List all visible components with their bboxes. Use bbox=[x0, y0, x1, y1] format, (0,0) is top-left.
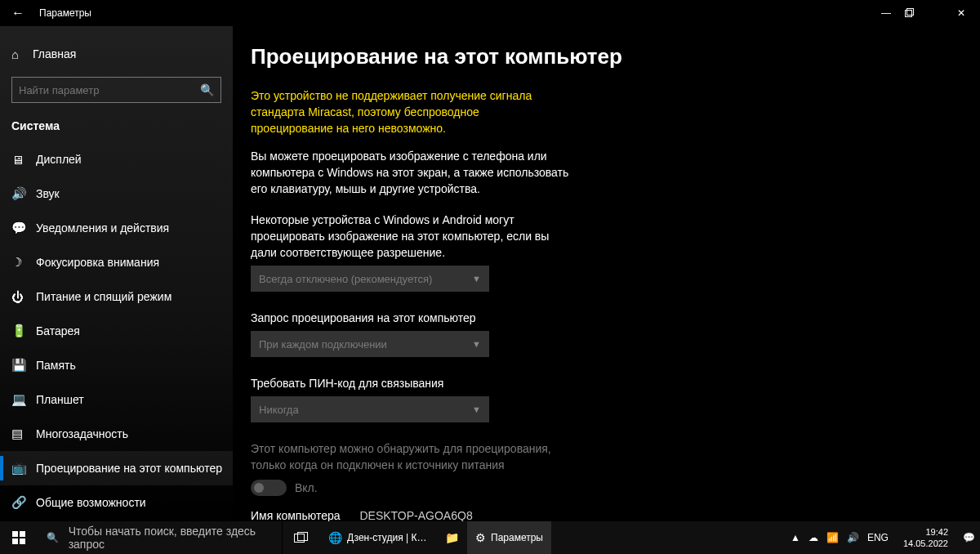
sidebar-item-label: Память bbox=[36, 359, 76, 372]
taskbar-app-label: Параметры bbox=[491, 532, 543, 543]
chevron-down-icon: ▼ bbox=[472, 274, 481, 284]
power-icon: ⏻ bbox=[11, 290, 36, 304]
sidebar-item-tablet[interactable]: 💻 Планшет bbox=[0, 382, 233, 417]
taskbar-search-placeholder: Чтобы начать поиск, введите здесь запрос bbox=[69, 525, 282, 551]
toggle-label: Вкл. bbox=[295, 481, 318, 494]
focus-assist-icon: ☽ bbox=[11, 255, 36, 270]
taskbar-app-settings[interactable]: ⚙ Параметры bbox=[467, 521, 551, 554]
sidebar-item-label: Батарея bbox=[36, 324, 80, 337]
tray-time: 19:42 bbox=[903, 526, 948, 538]
sidebar-item-label: Питание и спящий режим bbox=[36, 290, 172, 303]
sidebar-item-notifications[interactable]: 💬 Уведомления и действия bbox=[0, 211, 233, 245]
taskbar-search[interactable]: 🔍 Чтобы начать поиск, введите здесь запр… bbox=[38, 521, 283, 554]
svg-rect-0 bbox=[906, 11, 912, 17]
gear-icon: ⚙ bbox=[475, 531, 486, 544]
content-pane: Проецирование на этот компьютер Это устр… bbox=[233, 26, 980, 521]
sidebar: ⌂ Главная 🔍 Система 🖥 Дисплей 🔊 Звук 💬 У… bbox=[0, 26, 233, 521]
require-pin-dropdown[interactable]: Никогда ▼ bbox=[251, 396, 489, 422]
search-icon: 🔍 bbox=[38, 532, 69, 543]
sidebar-item-shared-experiences[interactable]: 🔗 Общие возможности bbox=[0, 485, 233, 520]
pc-name-key: Имя компьютера bbox=[251, 509, 341, 521]
svg-rect-2 bbox=[12, 531, 18, 537]
svg-rect-4 bbox=[12, 538, 18, 544]
tablet-icon: 💻 bbox=[11, 392, 36, 407]
svg-rect-1 bbox=[907, 9, 914, 16]
back-button[interactable]: ← bbox=[0, 6, 36, 20]
category-heading: Система bbox=[0, 114, 233, 142]
sidebar-item-label: Проецирование на этот компьютер bbox=[36, 462, 222, 475]
home-icon: ⌂ bbox=[11, 47, 33, 61]
sidebar-item-label: Уведомления и действия bbox=[36, 221, 169, 235]
tray-chevron-up-icon[interactable]: ▲ bbox=[791, 532, 800, 543]
task-view-icon bbox=[294, 532, 309, 543]
sidebar-item-label: Дисплей bbox=[36, 153, 82, 166]
home-nav[interactable]: ⌂ Главная bbox=[0, 38, 233, 70]
tray-wifi-icon[interactable]: 📶 bbox=[826, 532, 839, 543]
storage-icon: 💾 bbox=[11, 358, 36, 373]
minimize-button[interactable]: ― bbox=[867, 7, 905, 19]
maximize-icon bbox=[905, 8, 915, 18]
dropdown-value: Никогда bbox=[259, 404, 472, 416]
svg-rect-3 bbox=[20, 531, 25, 537]
taskbar-app-label: Дзен-студия | Как ... bbox=[347, 532, 429, 543]
sidebar-item-label: Общие возможности bbox=[36, 496, 146, 509]
permission-dropdown[interactable]: Всегда отключено (рекомендуется) ▼ bbox=[251, 266, 489, 292]
tray-volume-icon[interactable]: 🔊 bbox=[847, 532, 859, 543]
pc-name-value: DESKTOP-AGOA6Q8 bbox=[359, 509, 472, 521]
discover-toggle-row: Вкл. bbox=[251, 480, 956, 496]
tray-onedrive-icon[interactable]: ☁ bbox=[808, 532, 818, 543]
chrome-icon: 🌐 bbox=[328, 531, 342, 544]
folder-icon: 📁 bbox=[445, 531, 459, 544]
sidebar-item-power-sleep[interactable]: ⏻ Питание и спящий режим bbox=[0, 279, 233, 314]
miracast-warning: Это устройство не поддерживает получение… bbox=[251, 87, 561, 136]
sidebar-item-battery[interactable]: 🔋 Батарея bbox=[0, 314, 233, 348]
sidebar-item-label: Звук bbox=[36, 187, 60, 200]
windows-icon bbox=[12, 531, 25, 544]
search-input-container[interactable]: 🔍 bbox=[11, 77, 221, 103]
tray-clock[interactable]: 19:42 14.05.2022 bbox=[897, 526, 955, 549]
page-title: Проецирование на этот компьютер bbox=[251, 44, 956, 69]
tray-date: 14.05.2022 bbox=[903, 538, 948, 549]
sound-icon: 🔊 bbox=[11, 186, 36, 201]
sidebar-item-sound[interactable]: 🔊 Звук bbox=[0, 176, 233, 211]
tray-notifications-icon[interactable]: 💬 bbox=[963, 532, 975, 543]
toggle-knob bbox=[254, 483, 264, 493]
taskbar-app-browser[interactable]: 🌐 Дзен-студия | Как ... bbox=[320, 521, 437, 554]
tray-language[interactable]: ENG bbox=[867, 532, 889, 543]
taskbar-app-explorer[interactable]: 📁 bbox=[437, 521, 467, 554]
sidebar-item-projecting[interactable]: 📺 Проецирование на этот компьютер bbox=[0, 451, 233, 485]
discover-toggle[interactable] bbox=[251, 480, 287, 496]
maximize-button[interactable] bbox=[905, 8, 942, 18]
projecting-icon: 📺 bbox=[11, 461, 36, 476]
multitasking-icon: ▤ bbox=[11, 427, 36, 441]
sidebar-item-multitasking[interactable]: ▤ Многозадачность bbox=[0, 417, 233, 451]
system-tray[interactable]: ▲ ☁ 📶 🔊 ENG 19:42 14.05.2022 💬 bbox=[791, 526, 980, 549]
settings-window: ← Параметры ― ✕ ⌂ Главная 🔍 Система 🖥 Ди… bbox=[0, 0, 980, 521]
titlebar: ← Параметры ― ✕ bbox=[0, 0, 980, 26]
sidebar-item-focus-assist[interactable]: ☽ Фокусировка внимания bbox=[0, 245, 233, 279]
permission-label: Некоторые устройства с Windows и Android… bbox=[251, 212, 577, 261]
sidebar-item-label: Планшет bbox=[36, 393, 84, 406]
projection-description: Вы можете проецировать изображение с тел… bbox=[251, 148, 577, 197]
search-icon: 🔍 bbox=[200, 83, 214, 96]
chevron-down-icon: ▼ bbox=[472, 339, 481, 349]
start-button[interactable] bbox=[0, 521, 38, 554]
home-label: Главная bbox=[33, 47, 76, 60]
sidebar-item-display[interactable]: 🖥 Дисплей bbox=[0, 142, 233, 176]
notifications-icon: 💬 bbox=[11, 221, 36, 235]
svg-rect-5 bbox=[20, 538, 25, 544]
search-input[interactable] bbox=[19, 84, 200, 96]
shared-icon: 🔗 bbox=[11, 495, 36, 510]
require-pin-label: Требовать ПИН-код для связывания bbox=[251, 375, 577, 391]
ask-project-dropdown[interactable]: При каждом подключении ▼ bbox=[251, 331, 489, 357]
ask-project-label: Запрос проецирования на этот компьютер bbox=[251, 310, 577, 326]
display-icon: 🖥 bbox=[11, 153, 36, 167]
pc-name-row: Имя компьютера DESKTOP-AGOA6Q8 bbox=[251, 509, 956, 521]
discover-on-ac-text: Этот компьютер можно обнаружить для прое… bbox=[251, 440, 577, 473]
task-view-button[interactable] bbox=[283, 521, 320, 554]
chevron-down-icon: ▼ bbox=[472, 404, 481, 414]
taskbar: 🔍 Чтобы начать поиск, введите здесь запр… bbox=[0, 521, 980, 554]
dropdown-value: При каждом подключении bbox=[259, 338, 472, 351]
sidebar-item-storage[interactable]: 💾 Память bbox=[0, 348, 233, 382]
close-button[interactable]: ✕ bbox=[942, 7, 980, 19]
